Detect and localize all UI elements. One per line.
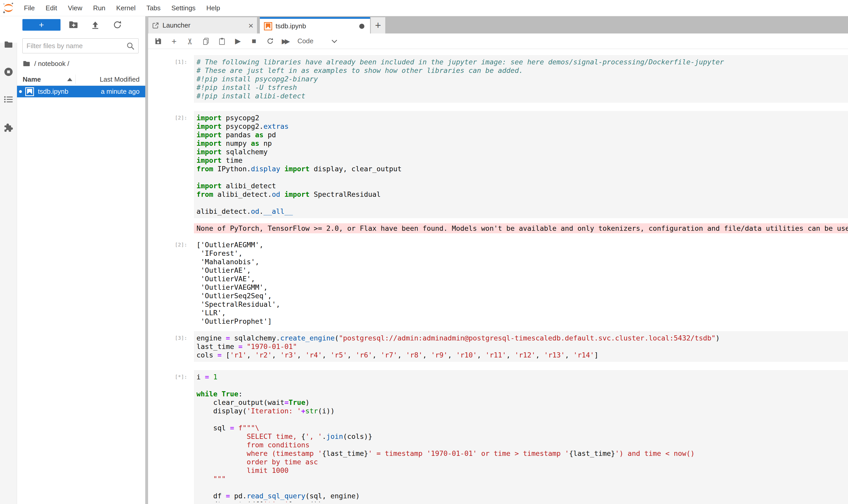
code-line: df = pd.read_sql_query(sql, engine) bbox=[197, 492, 848, 500]
add-cell-button[interactable]: + bbox=[166, 36, 182, 47]
cell-editor[interactable]: engine = sqlalchemy.create_engine("postg… bbox=[194, 331, 848, 362]
output-line: ['OutlierAEGMM', bbox=[197, 240, 848, 249]
run-button[interactable]: ▶ bbox=[230, 36, 246, 47]
code-cell: [2]:import psycopg2import psycopg2.extra… bbox=[165, 111, 848, 218]
output-line: 'OutlierSeq2Seq', bbox=[197, 291, 848, 300]
column-last-modified[interactable]: Last Modified bbox=[100, 75, 145, 84]
code-line: # The following libraries have already b… bbox=[197, 58, 848, 66]
code-line bbox=[197, 483, 848, 492]
running-kernels-icon[interactable] bbox=[4, 67, 13, 76]
code-line bbox=[197, 173, 848, 182]
code-line: # These are just left in as examples to … bbox=[197, 66, 848, 75]
output-line: 'OutlierProphet'] bbox=[197, 317, 848, 325]
column-name[interactable]: Name bbox=[17, 75, 41, 84]
activity-rail bbox=[0, 16, 17, 504]
tab-notebook[interactable]: tsdb.ipynb bbox=[260, 17, 370, 34]
search-icon bbox=[126, 41, 135, 52]
new-tab-button[interactable]: + bbox=[371, 17, 385, 34]
column-divider bbox=[75, 75, 76, 84]
code-line: import time bbox=[197, 156, 848, 165]
code-cell: [3]:engine = sqlalchemy.create_engine("p… bbox=[165, 331, 848, 362]
output-line: 'IForest', bbox=[197, 249, 848, 257]
code-line: where (timestamp '{last_time}' = timesta… bbox=[197, 449, 848, 458]
new-folder-icon[interactable] bbox=[69, 20, 78, 29]
restart-run-all-button[interactable]: ▶▶ bbox=[278, 36, 294, 47]
file-row-selected[interactable]: tsdb.ipynb a minute ago bbox=[17, 86, 145, 97]
chevron-down-icon[interactable] bbox=[332, 38, 337, 43]
code-line: engine = sqlalchemy.create_engine("postg… bbox=[197, 334, 848, 342]
output-line: 'OutlierVAE', bbox=[197, 274, 848, 283]
code-line: sql = f"""\ bbox=[197, 424, 848, 432]
code-line: #!pip install alibi-detect bbox=[197, 92, 848, 100]
refresh-icon[interactable] bbox=[112, 20, 122, 29]
code-line: last_time = "1970-01-01" bbox=[197, 342, 848, 351]
paste-cells-button[interactable] bbox=[214, 36, 230, 47]
new-tab-plus: + bbox=[375, 20, 381, 31]
kernel-running-dot bbox=[19, 90, 22, 93]
menu-run[interactable]: Run bbox=[88, 0, 111, 16]
menu-kernel[interactable]: Kernel bbox=[111, 0, 141, 16]
code-line: i = 1 bbox=[197, 373, 848, 381]
code-line: SELECT time, {', '.join(cols)} bbox=[197, 432, 848, 440]
file-browser-icon[interactable] bbox=[4, 40, 13, 49]
file-browser-panel: + Filter files by name / notebook / Name bbox=[17, 16, 145, 504]
code-line: order by time asc bbox=[197, 458, 848, 466]
cut-cells-button[interactable]: ✂ bbox=[182, 36, 198, 47]
menu-settings[interactable]: Settings bbox=[166, 0, 201, 16]
code-line: from IPython.display import display, cle… bbox=[197, 165, 848, 173]
code-line: import psycopg2 bbox=[197, 113, 848, 122]
filter-files-input[interactable]: Filter files by name bbox=[22, 38, 139, 53]
input-prompt: [2]: bbox=[165, 111, 194, 218]
restart-kernel-button[interactable] bbox=[262, 36, 278, 47]
notebook-icon bbox=[264, 22, 272, 30]
sort-ascending-icon[interactable] bbox=[67, 78, 72, 81]
cell-type-dropdown[interactable]: Code bbox=[297, 37, 313, 45]
tab-launcher[interactable]: Launcher × bbox=[148, 17, 257, 34]
cell-editor[interactable]: # The following libraries have already b… bbox=[194, 55, 848, 103]
input-prompt: [*]: bbox=[165, 370, 194, 504]
table-of-contents-icon[interactable] bbox=[4, 95, 13, 104]
output-line: 'LLR', bbox=[197, 308, 848, 317]
code-line bbox=[197, 415, 848, 424]
close-icon[interactable]: × bbox=[248, 21, 253, 30]
upload-icon[interactable] bbox=[90, 20, 100, 29]
code-line: import sqlalchemy bbox=[197, 148, 848, 156]
menu-tabs[interactable]: Tabs bbox=[141, 0, 166, 16]
breadcrumb[interactable]: / notebook / bbox=[23, 58, 145, 69]
stderr-output: None of PyTorch, TensorFlow >= 2.0, or F… bbox=[194, 223, 848, 233]
home-folder-icon bbox=[23, 60, 30, 68]
stop-button[interactable]: ■ bbox=[246, 36, 262, 47]
main-dock-panel: Launcher × tsdb.ipynb + + ✂ ▶ ■ bbox=[148, 16, 848, 504]
cell-editor[interactable]: import psycopg2import psycopg2.extrasimp… bbox=[194, 111, 848, 218]
menu-help[interactable]: Help bbox=[201, 0, 225, 16]
unsaved-changes-dot bbox=[359, 24, 364, 29]
input-prompt: [3]: bbox=[165, 331, 194, 362]
code-line: #!pip install -U tsfresh bbox=[197, 83, 848, 92]
output-area: [2]:['OutlierAEGMM', 'IForest', 'Mahalan… bbox=[165, 240, 848, 325]
cell-editor[interactable]: i = 1 while True: clear_output(wait=True… bbox=[194, 370, 848, 504]
code-line: import pandas as pd bbox=[197, 130, 848, 139]
input-prompt: [1]: bbox=[165, 55, 194, 103]
menu-edit[interactable]: Edit bbox=[40, 0, 62, 16]
extensions-icon[interactable] bbox=[4, 123, 13, 132]
menu-view[interactable]: View bbox=[62, 0, 88, 16]
menu-file[interactable]: File bbox=[19, 0, 40, 16]
new-launcher-button[interactable]: + bbox=[22, 19, 60, 31]
copy-cells-button[interactable] bbox=[198, 36, 214, 47]
filter-placeholder: Filter files by name bbox=[26, 42, 83, 50]
app-body: + Filter files by name / notebook / Name bbox=[0, 16, 848, 504]
code-line: import psycopg2.extras bbox=[197, 122, 848, 130]
jupyter-logo-icon bbox=[3, 2, 14, 14]
code-line: dt = str(df['time'].max()) bbox=[197, 500, 848, 502]
panel-resize-handle[interactable] bbox=[145, 16, 148, 504]
rail-active-highlight bbox=[0, 16, 17, 43]
launcher-icon bbox=[152, 22, 159, 29]
output-line: 'Mahalanobis', bbox=[197, 257, 848, 266]
file-browser-toolbar: + bbox=[17, 16, 145, 33]
output-prompt: [2]: bbox=[165, 240, 194, 325]
save-button[interactable] bbox=[150, 36, 166, 47]
code-line: #!pip install psycopg2-binary bbox=[197, 75, 848, 83]
menubar-menus: FileEditViewRunKernelTabsSettingsHelp bbox=[19, 0, 225, 16]
code-line: clear_output(wait=True) bbox=[197, 398, 848, 407]
code-line: import numpy as np bbox=[197, 139, 848, 148]
